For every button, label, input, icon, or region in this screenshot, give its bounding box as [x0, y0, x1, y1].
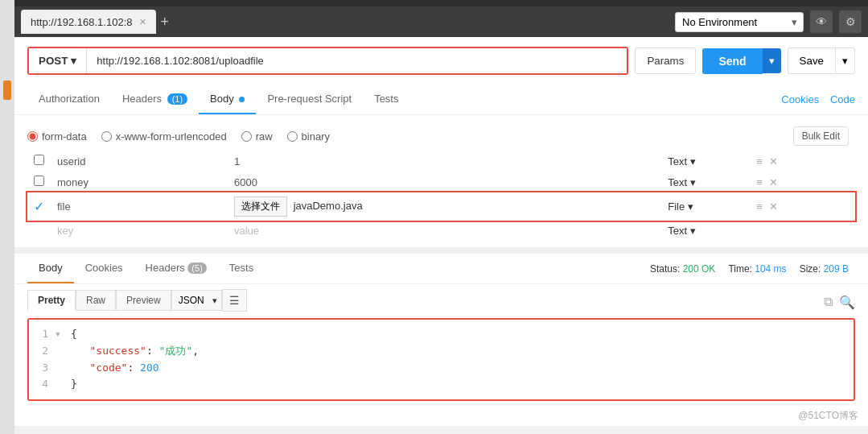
new-tab-button[interactable]: + [161, 14, 170, 31]
file-name-label: javaDemo.java [294, 200, 363, 212]
tab-close-btn[interactable]: ✕ [139, 17, 146, 27]
params-button[interactable]: Params [635, 48, 696, 74]
active-tab[interactable]: http://192.168.1.102:8 ✕ [21, 10, 156, 34]
top-bar [14, 0, 868, 6]
form-table: userid 1 Text ▾ ≡ ✕ [27, 151, 855, 241]
resp-tab-body[interactable]: Body [27, 254, 74, 283]
new-value-placeholder: value [234, 225, 259, 237]
cookies-link[interactable]: Cookies [781, 93, 819, 105]
method-arrow-icon: ▾ [71, 55, 76, 67]
send-dropdown-button[interactable]: ▾ [763, 48, 781, 73]
env-select-wrapper: No Environment [675, 12, 804, 32]
watermark: @51CTO博客 [14, 406, 868, 426]
headers-badge: (1) [167, 93, 187, 105]
format-icon-button[interactable]: ☰ [222, 289, 247, 312]
table-row: money 6000 Text ▾ ≡ ✕ [27, 172, 855, 192]
body-section: form-data x-www-form-urlencoded raw bina… [14, 115, 868, 247]
code-line-4: 4 } [32, 376, 850, 393]
url-box: POST ▾ [27, 47, 628, 75]
response-code-box: 1 ▾ { 2 "success": "成功", 3 "code": 200 4 [27, 318, 855, 401]
send-group: Send ▾ [702, 48, 780, 74]
type-dropdown-icon: ▾ [690, 225, 696, 237]
code-line-2: 2 "success": "成功", [32, 343, 850, 360]
fmt-tab-pretty[interactable]: Pretty [27, 290, 76, 311]
body-type-radio-group: form-data x-www-form-urlencoded raw bina… [27, 122, 855, 151]
format-select-wrapper: JSON [171, 290, 222, 311]
row-delete-icon[interactable]: ✕ [769, 155, 778, 167]
table-row: ✓ file 选择文件 javaDemo.java File ▾ [27, 192, 855, 221]
size-value: 209 B [824, 263, 849, 275]
copy-button[interactable]: ⧉ [824, 295, 833, 309]
resp-tab-headers[interactable]: Headers (5) [134, 254, 218, 283]
environment-select[interactable]: No Environment [675, 12, 804, 32]
format-select[interactable]: JSON [171, 290, 222, 311]
status-info: Status: 200 OK Time: 104 ms Size: 209 B [650, 263, 855, 275]
response-section: Body Cookies Headers (5) Tests Status: 2… [14, 254, 868, 426]
method-button[interactable]: POST ▾ [29, 48, 87, 73]
status-value: 200 OK [683, 263, 716, 275]
response-body-area: Pretty Raw Preview JSON ☰ ⧉ 🔍 [14, 284, 868, 406]
save-dropdown-button[interactable]: ▾ [835, 48, 855, 74]
url-bar: POST ▾ Params Send ▾ Save ▾ [14, 37, 868, 85]
fmt-tab-preview[interactable]: Preview [116, 290, 171, 311]
code-line-1: 1 ▾ { [32, 326, 850, 343]
binary-radio[interactable]: binary [287, 130, 330, 143]
response-actions: ⧉ 🔍 [824, 295, 855, 310]
sidebar-indicator [3, 81, 11, 100]
tab-tests[interactable]: Tests [363, 85, 409, 114]
row-menu-icon[interactable]: ≡ [756, 155, 763, 167]
eye-button[interactable]: 👁 [810, 10, 833, 33]
nav-right-links: Cookies Code [773, 93, 855, 105]
bulk-edit-button[interactable]: Bulk Edit [793, 126, 849, 146]
body-dot [239, 97, 245, 102]
separator [14, 247, 868, 254]
response-tabs: Body Cookies Headers (5) Tests Status: 2… [14, 254, 868, 284]
url-input[interactable] [87, 48, 627, 73]
search-button[interactable]: 🔍 [839, 295, 855, 310]
tab-authorization[interactable]: Authorization [27, 85, 111, 114]
row-checked-icon: ✓ [34, 200, 44, 213]
form-data-radio[interactable]: form-data [27, 130, 87, 143]
tab-body[interactable]: Body [199, 85, 256, 114]
table-row-new: key value Text ▾ [27, 221, 855, 241]
row-checkbox-userid[interactable] [34, 155, 44, 165]
row-menu-icon[interactable]: ≡ [756, 176, 763, 188]
fmt-tab-raw[interactable]: Raw [76, 290, 116, 311]
tab-headers[interactable]: Headers (1) [111, 85, 199, 114]
send-button[interactable]: Send [702, 48, 762, 74]
type-dropdown-icon: ▾ [688, 200, 693, 213]
tab-bar: http://192.168.1.102:8 ✕ + No Environmen… [14, 6, 868, 37]
format-tabs: Pretty Raw Preview JSON ☰ [27, 289, 247, 312]
request-nav-tabs: Authorization Headers (1) Body Pre-reque… [14, 85, 868, 115]
resp-tab-cookies[interactable]: Cookies [74, 254, 134, 283]
type-dropdown-icon: ▾ [690, 176, 696, 188]
type-dropdown-icon: ▾ [690, 155, 696, 167]
resp-tab-tests[interactable]: Tests [218, 254, 265, 283]
gear-button[interactable]: ⚙ [839, 10, 862, 33]
row-menu-icon[interactable]: ≡ [756, 200, 763, 213]
top-right-controls: No Environment 👁 ⚙ [675, 10, 862, 33]
row-delete-icon[interactable]: ✕ [769, 200, 778, 213]
row-checkbox-money[interactable] [34, 176, 44, 186]
urlencoded-radio[interactable]: x-www-form-urlencoded [101, 130, 227, 143]
new-key-placeholder: key [57, 225, 73, 237]
method-label: POST [39, 55, 68, 67]
tab-label: http://192.168.1.102:8 [31, 16, 133, 28]
save-button[interactable]: Save [788, 48, 835, 74]
raw-radio[interactable]: raw [241, 130, 273, 143]
save-group: Save ▾ [788, 48, 855, 74]
code-line-3: 3 "code": 200 [32, 360, 850, 377]
table-row: userid 1 Text ▾ ≡ ✕ [27, 151, 855, 172]
tab-pre-request[interactable]: Pre-request Script [256, 85, 363, 114]
choose-file-button[interactable]: 选择文件 [234, 196, 287, 217]
code-link[interactable]: Code [830, 93, 855, 105]
row-delete-icon[interactable]: ✕ [769, 176, 778, 188]
time-value: 104 ms [755, 263, 786, 275]
